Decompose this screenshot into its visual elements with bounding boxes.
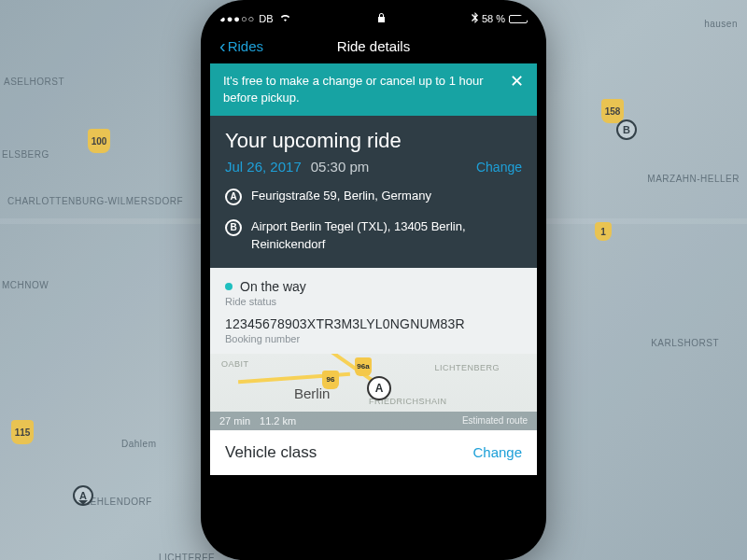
map-pin-a-icon: A <box>73 485 93 506</box>
bluetooth-icon <box>472 12 478 25</box>
pickup-row: A Feurigstraße 59, Berlin, Germany <box>225 188 522 205</box>
route-shield: 1 <box>595 222 612 241</box>
route-shield: 115 <box>11 420 34 444</box>
phone-screen: ●●●○○ DB 58 % ‹ Rides Ride details <box>210 9 537 551</box>
status-text: On the way <box>240 279 306 294</box>
vehicle-class-row[interactable]: Vehicle class Change <box>210 430 537 475</box>
change-vehicle-button[interactable]: Change <box>472 444 522 460</box>
phone-frame: ●●●○○ DB 58 % ‹ Rides Ride details <box>201 0 546 560</box>
route-shield: 158 <box>601 99 624 123</box>
wifi-icon <box>279 13 291 24</box>
booking-number: 12345678903XTR3M3LYL0NGNUM83R <box>225 316 522 331</box>
vehicle-class-label: Vehicle class <box>225 443 317 462</box>
bg-label: ZEHLENDORF <box>84 497 152 507</box>
dropoff-row: B Airport Berlin Tegel (TXL), 13405 Berl… <box>225 218 522 252</box>
content-scroll[interactable]: It's free to make a change or cancel up … <box>210 63 537 551</box>
close-icon[interactable]: ✕ <box>510 73 524 90</box>
chevron-left-icon: ‹ <box>219 36 226 55</box>
bg-label: MARZAHN-HELLER <box>647 174 740 184</box>
map-label: LICHTENBERG <box>434 363 500 372</box>
bg-label: hausen <box>704 19 738 29</box>
bg-label: LICHTERFE <box>159 553 215 560</box>
status-line: On the way <box>225 279 522 294</box>
booking-label: Booking number <box>225 333 522 344</box>
ride-time: 05:30 pm <box>311 159 370 175</box>
city-label: Berlin <box>294 385 330 401</box>
route-duration: 27 min <box>219 415 250 427</box>
battery-pct: 58 % <box>482 13 505 24</box>
back-button[interactable]: ‹ Rides <box>219 36 263 55</box>
info-banner: It's free to make a change or cancel up … <box>210 63 537 116</box>
map-pin-a-icon: A <box>367 376 391 400</box>
map-pin-b-icon: B <box>616 119 637 140</box>
route-info-bar: 27 min 11.2 km Estimated route <box>210 412 537 430</box>
status-bar: ●●●○○ DB 58 % <box>210 9 537 28</box>
status-dot-icon <box>225 283 233 290</box>
bg-label: CHARLOTTENBURG-WILMERSDORF <box>7 196 183 206</box>
ride-heading: Your upcoming ride <box>225 129 522 153</box>
route-shield: 100 <box>88 129 110 153</box>
back-label: Rides <box>228 38 263 54</box>
bg-label: aselhorst <box>4 77 64 87</box>
lock-icon <box>291 12 472 25</box>
bg-label: Dahlem <box>121 439 156 449</box>
bg-label: elsberg <box>2 149 49 160</box>
change-datetime-button[interactable]: Change <box>476 160 522 175</box>
mini-map[interactable]: OABIT LICHTENBERG FRIEDRICHSHAIN 96 96a … <box>210 354 537 430</box>
status-panel: On the way Ride status 12345678903XTR3M3… <box>210 268 537 430</box>
carrier-label: DB <box>259 13 273 24</box>
dropoff-address: Airport Berlin Tegel (TXL), 13405 Berlin… <box>251 218 522 252</box>
marker-a-icon: A <box>225 189 242 205</box>
marker-b-icon: B <box>225 219 242 236</box>
banner-message: It's free to make a change or cancel up … <box>223 73 500 106</box>
datetime-row: Jul 26, 2017 05:30 pm Change <box>225 159 522 175</box>
bg-label: KARLSHORST <box>651 338 719 348</box>
route-distance: 11.2 km <box>260 415 296 427</box>
route-shield: 96a <box>355 357 372 376</box>
estimated-label: Estimated route <box>462 415 528 426</box>
bg-label: mchnow <box>2 280 49 290</box>
signal-dots-icon: ●●●○○ <box>219 13 255 24</box>
battery-icon <box>509 15 528 23</box>
ride-date: Jul 26, 2017 <box>225 159 302 175</box>
ride-summary-panel: Your upcoming ride Jul 26, 2017 05:30 pm… <box>210 116 537 267</box>
map-label: OABIT <box>221 359 249 369</box>
status-label: Ride status <box>225 296 522 307</box>
nav-bar: ‹ Rides Ride details <box>210 28 537 63</box>
pickup-address: Feurigstraße 59, Berlin, Germany <box>251 188 431 205</box>
